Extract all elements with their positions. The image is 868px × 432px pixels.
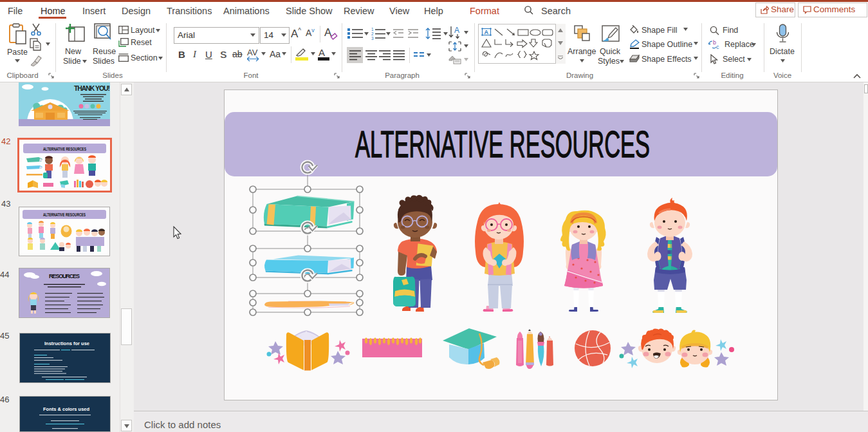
svg-text:A: A: [454, 26, 459, 35]
svg-text:ALTERNATIVE RESOURCES: ALTERNATIVE RESOURCES: [355, 124, 650, 165]
svg-text:ALTERNATIVE RESOURCES: ALTERNATIVE RESOURCES: [43, 212, 86, 217]
svg-text:Instructions for use: Instructions for use: [44, 341, 89, 346]
svg-text:A: A: [485, 29, 489, 35]
svg-text:3: 3: [371, 36, 374, 40]
svg-text:c: c: [716, 44, 719, 50]
svg-text:1: 1: [371, 27, 374, 32]
svg-text:ALTERNATIVE RESOURCES: ALTERNATIVE RESOURCES: [43, 147, 86, 151]
svg-text:2: 2: [371, 32, 374, 36]
svg-text:THANK YOU!: THANK YOU!: [74, 84, 110, 92]
svg-text:Fonts & colors used: Fonts & colors used: [43, 406, 90, 412]
svg-text:RESOURCES: RESOURCES: [49, 273, 80, 279]
